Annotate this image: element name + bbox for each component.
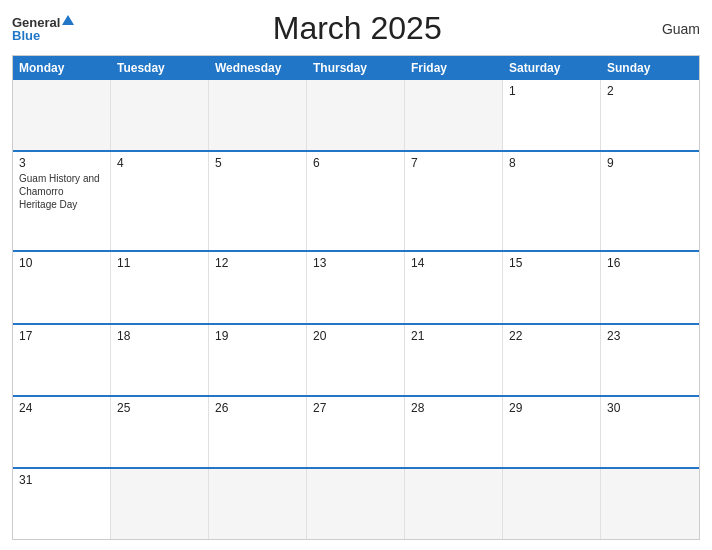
- cal-cell-15: 15: [503, 252, 601, 322]
- cal-cell-31: 31: [13, 469, 111, 539]
- cal-cell-25: 25: [111, 397, 209, 467]
- cal-cell-10: 10: [13, 252, 111, 322]
- cal-cell-29: 29: [503, 397, 601, 467]
- col-header-wednesday: Wednesday: [209, 56, 307, 80]
- day-number: 19: [215, 329, 300, 343]
- cal-cell-empty: [601, 469, 699, 539]
- cal-cell-2: 2: [601, 80, 699, 150]
- cal-cell-4: 4: [111, 152, 209, 250]
- cal-cell-30: 30: [601, 397, 699, 467]
- page: General Blue March 2025 Guam Monday Tues…: [0, 0, 712, 550]
- calendar: Monday Tuesday Wednesday Thursday Friday…: [12, 55, 700, 540]
- calendar-header-row: Monday Tuesday Wednesday Thursday Friday…: [13, 56, 699, 80]
- cal-cell-1: 1: [503, 80, 601, 150]
- cal-cell-empty: [503, 469, 601, 539]
- cal-cell-empty: [209, 469, 307, 539]
- col-header-friday: Friday: [405, 56, 503, 80]
- day-number: 27: [313, 401, 398, 415]
- day-number: 2: [607, 84, 693, 98]
- col-header-monday: Monday: [13, 56, 111, 80]
- logo-triangle-icon: [62, 15, 74, 25]
- header: General Blue March 2025 Guam: [12, 10, 700, 47]
- cal-cell-27: 27: [307, 397, 405, 467]
- day-number: 1: [509, 84, 594, 98]
- day-number: 11: [117, 256, 202, 270]
- day-number: 5: [215, 156, 300, 170]
- cal-cell-20: 20: [307, 325, 405, 395]
- cal-cell-6: 6: [307, 152, 405, 250]
- logo-blue-text: Blue: [12, 29, 40, 42]
- cal-cell-7: 7: [405, 152, 503, 250]
- cal-cell-22: 22: [503, 325, 601, 395]
- cal-cell-empty: [307, 80, 405, 150]
- calendar-week-6: 31: [13, 467, 699, 539]
- cal-cell-empty: [405, 80, 503, 150]
- day-number: 21: [411, 329, 496, 343]
- cal-cell-13: 13: [307, 252, 405, 322]
- col-header-tuesday: Tuesday: [111, 56, 209, 80]
- region-label: Guam: [640, 21, 700, 37]
- day-number: 29: [509, 401, 594, 415]
- calendar-week-4: 17 18 19 20 21 22 23: [13, 323, 699, 395]
- calendar-body: 1 2 3 Guam History and Chamorro Heritage…: [13, 80, 699, 539]
- day-number: 20: [313, 329, 398, 343]
- col-header-sunday: Sunday: [601, 56, 699, 80]
- cal-cell-empty: [307, 469, 405, 539]
- col-header-saturday: Saturday: [503, 56, 601, 80]
- cal-cell-3: 3 Guam History and Chamorro Heritage Day: [13, 152, 111, 250]
- day-number: 13: [313, 256, 398, 270]
- day-number: 7: [411, 156, 496, 170]
- day-number: 12: [215, 256, 300, 270]
- cal-cell-empty: [111, 80, 209, 150]
- cal-cell-empty: [209, 80, 307, 150]
- day-number: 31: [19, 473, 104, 487]
- day-number: 4: [117, 156, 202, 170]
- cal-cell-12: 12: [209, 252, 307, 322]
- cal-cell-24: 24: [13, 397, 111, 467]
- day-number: 3: [19, 156, 104, 170]
- day-number: 26: [215, 401, 300, 415]
- day-number: 9: [607, 156, 693, 170]
- day-number: 28: [411, 401, 496, 415]
- cal-cell-18: 18: [111, 325, 209, 395]
- cal-cell-28: 28: [405, 397, 503, 467]
- day-number: 23: [607, 329, 693, 343]
- day-number: 24: [19, 401, 104, 415]
- cal-cell-empty: [111, 469, 209, 539]
- day-number: 30: [607, 401, 693, 415]
- cal-cell-11: 11: [111, 252, 209, 322]
- logo: General Blue: [12, 16, 74, 42]
- day-number: 15: [509, 256, 594, 270]
- cal-cell-empty: [13, 80, 111, 150]
- cal-cell-17: 17: [13, 325, 111, 395]
- cal-cell-23: 23: [601, 325, 699, 395]
- calendar-week-2: 3 Guam History and Chamorro Heritage Day…: [13, 150, 699, 250]
- day-number: 22: [509, 329, 594, 343]
- col-header-thursday: Thursday: [307, 56, 405, 80]
- day-number: 16: [607, 256, 693, 270]
- cal-cell-21: 21: [405, 325, 503, 395]
- cal-cell-26: 26: [209, 397, 307, 467]
- day-number: 17: [19, 329, 104, 343]
- cal-cell-8: 8: [503, 152, 601, 250]
- day-number: 25: [117, 401, 202, 415]
- calendar-week-5: 24 25 26 27 28 29 30: [13, 395, 699, 467]
- cal-cell-9: 9: [601, 152, 699, 250]
- logo-general-text: General: [12, 16, 60, 29]
- event-guam-history: Guam History and Chamorro Heritage Day: [19, 172, 104, 211]
- day-number: 8: [509, 156, 594, 170]
- day-number: 6: [313, 156, 398, 170]
- cal-cell-5: 5: [209, 152, 307, 250]
- day-number: 14: [411, 256, 496, 270]
- cal-cell-16: 16: [601, 252, 699, 322]
- cal-cell-19: 19: [209, 325, 307, 395]
- calendar-title: March 2025: [74, 10, 640, 47]
- day-number: 10: [19, 256, 104, 270]
- day-number: 18: [117, 329, 202, 343]
- calendar-week-3: 10 11 12 13 14 15 16: [13, 250, 699, 322]
- calendar-week-1: 1 2: [13, 80, 699, 150]
- cal-cell-14: 14: [405, 252, 503, 322]
- cal-cell-empty: [405, 469, 503, 539]
